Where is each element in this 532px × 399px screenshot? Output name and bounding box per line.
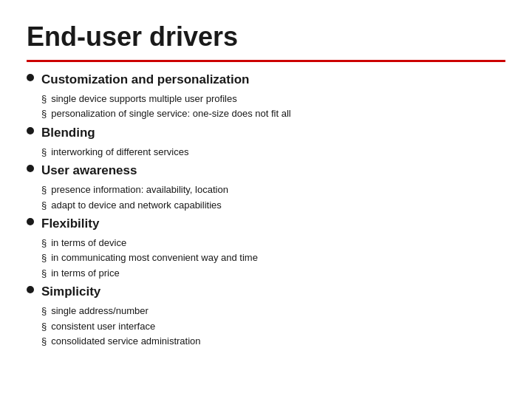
sub-bullet-symbol: § [41, 145, 47, 160]
sub-item-text: adapt to device and network capabilities [51, 198, 222, 213]
red-divider [27, 60, 505, 62]
bullet-item: Simplicity [27, 283, 505, 301]
sub-item-text: in communicating most convenient way and… [51, 250, 258, 265]
sub-item-text: presence information: availability, loca… [51, 183, 228, 197]
sub-item: §interworking of different services [41, 145, 505, 160]
sub-item-text: single device supports multiple user pro… [51, 92, 236, 106]
bullet-dot [27, 165, 34, 172]
sub-items-group: §single device supports multiple user pr… [41, 92, 505, 121]
slide: End-user drivers Customization and perso… [0, 0, 532, 399]
sub-item: §in communicating most convenient way an… [41, 250, 505, 265]
sub-item: §consolidated service administration [41, 334, 505, 349]
sub-bullet-symbol: § [41, 183, 47, 197]
bullet-label: Blending [41, 124, 95, 142]
sub-item-text: personalization of single service: one-s… [51, 106, 290, 121]
sub-bullet-symbol: § [41, 236, 47, 250]
sub-item: §single device supports multiple user pr… [41, 92, 505, 106]
bullet-label: Customization and personalization [41, 71, 249, 89]
sub-items-group: §presence information: availability, loc… [41, 183, 505, 212]
sub-items-group: §in terms of device§in communicating mos… [41, 236, 505, 281]
bullet-dot [27, 127, 34, 134]
sub-bullet-symbol: § [41, 198, 47, 213]
slide-title: End-user drivers [27, 21, 505, 52]
sub-items-group: §single address/number§consistent user i… [41, 304, 505, 349]
sub-bullet-symbol: § [41, 250, 47, 265]
bullet-label: User awareness [41, 162, 137, 180]
bullet-item: User awareness [27, 162, 505, 180]
bullet-dot [27, 286, 34, 293]
sub-item-text: in terms of device [51, 236, 126, 250]
bullet-dot [27, 74, 34, 81]
sub-bullet-symbol: § [41, 304, 47, 318]
bullet-item: Blending [27, 124, 505, 142]
sub-bullet-symbol: § [41, 106, 47, 121]
bullet-label: Flexibility [41, 215, 99, 233]
sub-bullet-symbol: § [41, 319, 47, 334]
sub-item-text: consistent user interface [51, 319, 155, 334]
sub-item-text: interworking of different services [51, 145, 188, 160]
sub-item-text: single address/number [51, 304, 149, 318]
sub-item: §adapt to device and network capabilitie… [41, 198, 505, 213]
sub-item: §in terms of price [41, 266, 505, 281]
bullet-item: Flexibility [27, 215, 505, 233]
bullet-label: Simplicity [41, 283, 100, 301]
sub-item-text: consolidated service administration [51, 334, 200, 349]
sub-item: §single address/number [41, 304, 505, 318]
sub-item: §presence information: availability, loc… [41, 183, 505, 197]
content-area: Customization and personalization§single… [27, 71, 505, 348]
bullet-item: Customization and personalization [27, 71, 505, 89]
sub-item: §consistent user interface [41, 319, 505, 334]
bullet-dot [27, 218, 34, 225]
sub-item-text: in terms of price [51, 266, 119, 281]
sub-item: §personalization of single service: one-… [41, 106, 505, 121]
sub-items-group: §interworking of different services [41, 145, 505, 160]
sub-item: §in terms of device [41, 236, 505, 250]
sub-bullet-symbol: § [41, 334, 47, 349]
sub-bullet-symbol: § [41, 92, 47, 106]
sub-bullet-symbol: § [41, 266, 47, 281]
